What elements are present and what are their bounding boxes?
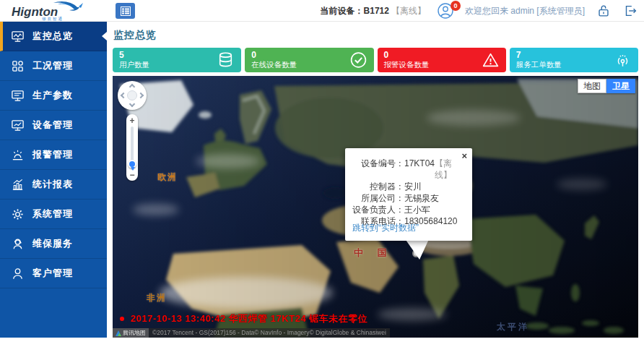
monitor-overview-icon <box>11 30 25 43</box>
popup-device-status: 【离线】 <box>435 158 465 181</box>
user-avatar-button[interactable]: 0 <box>437 2 454 20</box>
device-info-popup: × 设备编号： 17KT04 【离线】 控制器： 安川 所属公司： 无锡泉友 <box>345 148 472 241</box>
bar-chart-icon <box>11 178 25 192</box>
stat-cards-row: 5 用户数量 0 在线设备数量 0 报警设备数量 <box>113 48 638 72</box>
sidebar-item-label: 报警管理 <box>32 148 73 161</box>
sidebar-item-label: 客户管理 <box>32 267 73 280</box>
check-circle-icon <box>349 51 367 69</box>
tencent-logo-icon <box>116 330 121 336</box>
main-content: 监控总览 5 用户数量 0 在线设备数量 0 <box>107 22 644 338</box>
popup-close-icon[interactable]: × <box>461 151 467 160</box>
popup-row-value: 无锡泉友 <box>404 192 465 204</box>
logout-button[interactable] <box>622 3 638 19</box>
alarm-dot-icon <box>120 317 124 321</box>
popup-row: 设备负责人： 王小军 <box>351 204 465 215</box>
headset-icon <box>11 237 25 251</box>
sidebar-nav: 监控总览 工况管理 生产参数 <box>0 22 107 338</box>
broadcast-icon <box>614 51 632 69</box>
stat-card-work-orders[interactable]: 7 服务工单数量 <box>510 48 638 72</box>
grid-icon <box>11 59 25 73</box>
popup-row-value: 安川 <box>404 181 465 192</box>
alarm-ticker: 2017-10-13 13:40:42 华西焊管 17KT24 锯车未在零位 <box>120 312 367 325</box>
sidebar-item-system-mgmt[interactable]: 系统管理 <box>0 200 107 229</box>
sidebar-item-label: 统计报表 <box>32 178 73 191</box>
warning-triangle-icon <box>482 51 500 69</box>
company-logo: Hignton 华辰智通 <box>7 1 101 21</box>
sidebar-item-maintenance[interactable]: 维保服务 <box>0 229 107 259</box>
map-label-europe: 欧洲 <box>157 171 178 184</box>
pan-right-icon[interactable] <box>138 93 144 98</box>
welcome-text: 欢迎您回来 admin [系统管理员] <box>465 5 585 17</box>
zoom-out-button[interactable]: − <box>126 171 138 179</box>
sidebar-item-label: 设备管理 <box>32 119 73 132</box>
attribution-text: ©2017 Tencent - GS(2017)156 - Data© NavI… <box>149 328 390 338</box>
sidebar-item-customer-mgmt[interactable]: 客户管理 <box>0 259 107 288</box>
popup-row: 设备编号： 17KT04 【离线】 <box>351 158 465 181</box>
map-pan-control[interactable] <box>118 81 147 110</box>
map-attribution: 腾讯地图 ©2017 Tencent - GS(2017)156 - Data©… <box>113 328 638 338</box>
sidebar-item-label: 生产参数 <box>32 89 73 102</box>
top-header: Hignton 华辰智通 当前设备：B1712【离线】 <box>0 0 644 22</box>
sidebar-item-label: 维保服务 <box>32 237 73 250</box>
sidebar-item-work-condition[interactable]: 工况管理 <box>0 51 107 81</box>
popup-row-label: 控制器： <box>351 181 404 192</box>
popup-row-value: 王小军 <box>404 204 465 215</box>
alarm-ticker-text: 2017-10-13 13:40:42 华西焊管 17KT24 锯车未在零位 <box>131 312 367 325</box>
pan-center-dot <box>127 90 137 100</box>
production-monitor-icon <box>11 89 25 103</box>
lock-button[interactable] <box>596 3 612 19</box>
pan-left-icon[interactable] <box>121 93 126 98</box>
svg-text:华辰智通: 华辰智通 <box>42 16 64 21</box>
sidebar-item-label: 系统管理 <box>32 207 73 220</box>
sidebar-item-label: 监控总览 <box>32 30 73 43</box>
sidebar-item-device-mgmt[interactable]: 设备管理 <box>0 111 107 140</box>
tencent-map-logo: 腾讯地图 <box>113 328 149 338</box>
world-map[interactable]: 欧洲 非洲 中 国 太平洋 地图 卫星 + − <box>113 76 638 338</box>
device-monitor-icon <box>11 119 25 132</box>
map-type-toggle: 地图 卫星 <box>578 79 635 93</box>
map-label-china: 中 国 <box>354 247 393 260</box>
map-type-button-map[interactable]: 地图 <box>578 79 606 93</box>
popup-row-value: 17KT04 【离线】 <box>404 158 465 181</box>
sidebar-item-monitor-overview[interactable]: 监控总览 <box>0 22 107 51</box>
current-device-label: 当前设备：B1712【离线】 <box>321 5 426 17</box>
sidebar-item-label: 工况管理 <box>32 59 73 72</box>
notification-badge: 0 <box>451 1 461 11</box>
database-icon <box>217 51 235 69</box>
popup-row-label: 设备负责人： <box>351 204 404 215</box>
popup-row: 所属公司： 无锡泉友 <box>351 192 465 204</box>
app-window: Hignton 华辰智通 当前设备：B1712【离线】 <box>0 0 644 347</box>
map-type-button-satellite[interactable]: 卫星 <box>606 79 635 93</box>
map-zoom-slider[interactable]: + − <box>126 114 138 181</box>
zoom-in-button[interactable]: + <box>126 116 138 125</box>
menu-list-icon <box>121 7 131 16</box>
sidebar-item-alarm-mgmt[interactable]: 报警管理 <box>0 140 107 170</box>
realtime-data-link[interactable]: 跳转到“实时数据” <box>352 222 419 234</box>
pan-up-icon[interactable] <box>129 84 135 90</box>
gear-icon <box>11 207 25 221</box>
page-title: 监控总览 <box>113 29 644 42</box>
zoom-knob[interactable] <box>128 160 136 168</box>
stat-card-online-devices[interactable]: 0 在线设备数量 <box>245 48 373 72</box>
popup-row-label: 所属公司： <box>351 192 404 204</box>
stat-card-alarm-devices[interactable]: 0 报警设备数量 <box>378 48 506 72</box>
device-status: 【离线】 <box>391 6 426 16</box>
popup-row-label: 设备编号： <box>351 158 404 181</box>
sidebar-toggle-button[interactable] <box>116 3 135 19</box>
popup-row: 控制器： 安川 <box>351 181 465 192</box>
pan-down-icon[interactable] <box>129 101 135 107</box>
sidebar-item-production-params[interactable]: 生产参数 <box>0 81 107 111</box>
sidebar-item-statistics[interactable]: 统计报表 <box>0 170 107 200</box>
alarm-light-icon <box>11 148 25 162</box>
person-icon <box>11 267 25 280</box>
stat-card-users[interactable]: 5 用户数量 <box>113 48 241 72</box>
map-label-africa: 非洲 <box>147 292 167 304</box>
